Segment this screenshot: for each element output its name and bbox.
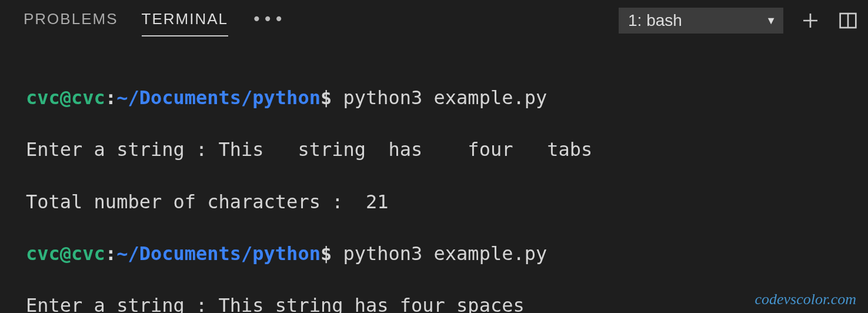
command-text: python3 example.py — [332, 86, 547, 109]
prompt-sep2: $ — [321, 86, 332, 109]
watermark: codevscolor.com — [755, 291, 856, 308]
prompt-sep2: $ — [321, 242, 332, 265]
terminal-line: Total number of characters : 21 — [26, 189, 842, 215]
prompt-path: ~/Documents/python — [116, 86, 321, 109]
tab-terminal[interactable]: TERMINAL — [142, 5, 228, 36]
header-right: 1: bash ▼ — [619, 8, 859, 34]
prompt-user: cvc@cvc — [26, 86, 105, 109]
command-text: python3 example.py — [332, 242, 547, 265]
terminal-line: Enter a string : This string has four ta… — [26, 136, 842, 162]
prompt-sep1: : — [105, 86, 116, 109]
chevron-down-icon: ▼ — [766, 15, 776, 27]
terminal-line: cvc@cvc:~/Documents/python$ python3 exam… — [26, 241, 842, 267]
prompt-user: cvc@cvc — [26, 242, 105, 265]
terminal-output[interactable]: cvc@cvc:~/Documents/python$ python3 exam… — [0, 41, 868, 313]
shell-selected-label: 1: bash — [628, 11, 682, 30]
panel-header: PROBLEMS TERMINAL ••• 1: bash ▼ — [0, 0, 868, 41]
ellipsis-icon[interactable]: ••• — [252, 9, 285, 32]
prompt-path: ~/Documents/python — [116, 242, 321, 265]
tab-problems[interactable]: PROBLEMS — [24, 5, 118, 36]
terminal-line: Enter a string : This string has four sp… — [26, 292, 842, 313]
prompt-sep1: : — [105, 242, 116, 265]
split-terminal-button[interactable] — [837, 10, 859, 31]
new-terminal-button[interactable] — [800, 10, 821, 31]
split-pane-icon — [839, 11, 857, 30]
shell-selector[interactable]: 1: bash ▼ — [619, 8, 783, 34]
terminal-line: cvc@cvc:~/Documents/python$ python3 exam… — [26, 85, 842, 111]
plus-icon — [801, 11, 820, 30]
